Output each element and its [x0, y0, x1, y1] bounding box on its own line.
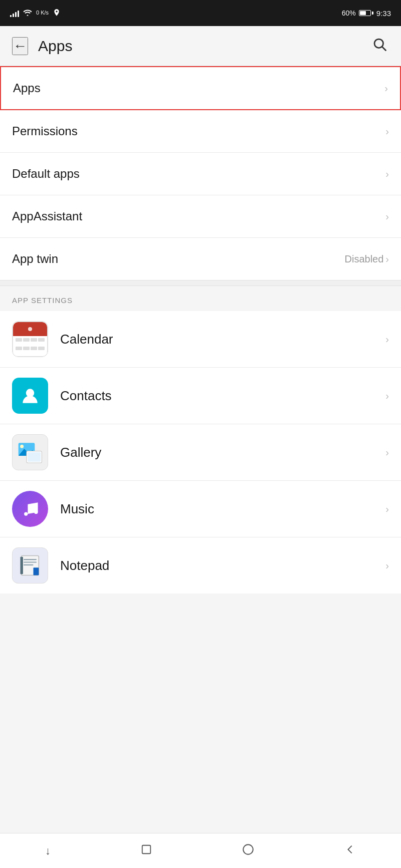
- menu-section: Apps › Permissions › Default apps › AppA…: [0, 66, 401, 280]
- music-app-icon: [12, 491, 48, 527]
- svg-point-17: [244, 844, 254, 854]
- svg-point-8: [24, 512, 28, 515]
- app-item-notepad[interactable]: Notepad ›: [0, 537, 401, 594]
- section-divider: [0, 280, 401, 286]
- menu-item-apps[interactable]: Apps ›: [0, 66, 401, 110]
- svg-rect-15: [34, 567, 39, 575]
- nav-square-button[interactable]: [129, 840, 164, 861]
- app-item-left: Music: [12, 491, 94, 527]
- chevron-icon: ›: [384, 83, 388, 94]
- app-item-left: Contacts: [12, 378, 112, 414]
- app-settings-list: Calendar › Contacts ›: [0, 311, 401, 594]
- battery-percent: 60%: [342, 9, 356, 17]
- header-left: ← Apps: [12, 37, 72, 55]
- search-button[interactable]: [370, 35, 389, 57]
- clock: 9:33: [376, 9, 391, 18]
- chevron-icon: ›: [385, 560, 389, 571]
- nav-bar: ↓: [0, 833, 401, 868]
- back-button[interactable]: ←: [12, 37, 28, 55]
- notepad-app-icon: [12, 547, 48, 584]
- calendar-app-icon: [12, 321, 48, 357]
- chevron-icon: ›: [385, 503, 389, 515]
- app-item-contacts[interactable]: Contacts ›: [0, 368, 401, 424]
- gallery-app-icon: [12, 434, 48, 470]
- app-item-calendar[interactable]: Calendar ›: [0, 311, 401, 368]
- svg-rect-7: [28, 452, 41, 462]
- main-content: Apps › Permissions › Default apps › AppA…: [0, 66, 401, 629]
- wifi-icon: [23, 9, 32, 18]
- signal-icon: [10, 9, 19, 17]
- contacts-app-icon: [12, 378, 48, 414]
- svg-rect-14: [21, 557, 23, 574]
- app-header: ← Apps: [0, 26, 401, 66]
- app-settings-header: APP SETTINGS: [0, 286, 401, 311]
- svg-rect-11: [24, 559, 37, 560]
- data-speed: 0 K/s: [36, 10, 49, 16]
- nav-home-button[interactable]: [230, 839, 267, 863]
- svg-rect-13: [24, 564, 34, 565]
- menu-item-app-twin[interactable]: App twin Disabled ›: [0, 238, 401, 280]
- menu-item-default-apps[interactable]: Default apps ›: [0, 153, 401, 195]
- section-label: APP SETTINGS: [12, 296, 73, 305]
- status-bar: 0 K/s 60% 9:33: [0, 0, 401, 26]
- app-item-left: Notepad: [12, 547, 109, 584]
- nav-back-button[interactable]: [333, 840, 368, 862]
- app-item-music[interactable]: Music ›: [0, 481, 401, 537]
- app-item-gallery[interactable]: Gallery ›: [0, 424, 401, 481]
- status-right: 60% 9:33: [342, 9, 391, 18]
- svg-rect-16: [142, 845, 150, 854]
- chevron-icon: ›: [385, 253, 389, 265]
- svg-point-5: [20, 445, 24, 448]
- status-left: 0 K/s: [10, 9, 61, 18]
- chevron-icon: ›: [385, 390, 389, 402]
- chevron-icon: ›: [385, 168, 389, 180]
- chevron-icon: ›: [385, 211, 389, 222]
- menu-item-permissions[interactable]: Permissions ›: [0, 110, 401, 153]
- app-item-left: Gallery: [12, 434, 101, 470]
- battery-icon: [359, 10, 373, 16]
- app-item-left: Calendar: [12, 321, 113, 357]
- menu-item-app-assistant[interactable]: AppAssistant ›: [0, 195, 401, 238]
- svg-rect-12: [24, 561, 37, 562]
- page-title: Apps: [38, 38, 72, 55]
- app-twin-right: Disabled ›: [345, 253, 389, 265]
- chevron-icon: ›: [385, 447, 389, 458]
- svg-line-1: [382, 47, 386, 51]
- chevron-icon: ›: [385, 126, 389, 137]
- nav-down-button[interactable]: ↓: [33, 840, 63, 861]
- chevron-icon: ›: [385, 334, 389, 345]
- svg-point-9: [34, 510, 38, 514]
- alarm-icon: [53, 9, 61, 18]
- disabled-status: Disabled: [345, 253, 384, 265]
